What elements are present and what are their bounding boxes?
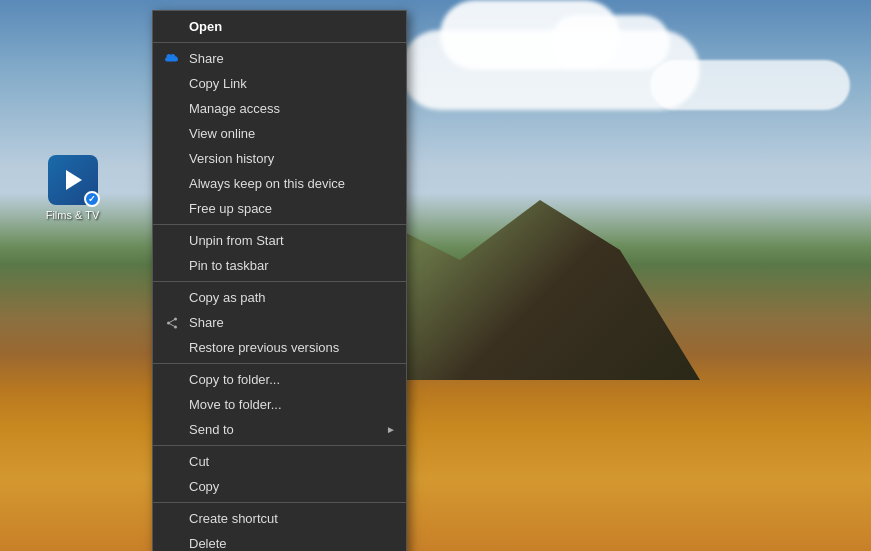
play-icon [66, 170, 82, 190]
menu-item-share-onedrive[interactable]: Share [153, 46, 406, 71]
menu-item-always-keep[interactable]: Always keep on this device [153, 171, 406, 196]
separator-1 [153, 42, 406, 43]
menu-item-version-history[interactable]: Version history [153, 146, 406, 171]
menu-item-move-to-folder[interactable]: Move to folder... [153, 392, 406, 417]
separator-5 [153, 445, 406, 446]
separator-4 [153, 363, 406, 364]
menu-item-copy-as-path[interactable]: Copy as path [153, 285, 406, 310]
icon-label: Films & TV [46, 209, 100, 222]
menu-item-restore-versions[interactable]: Restore previous versions [153, 335, 406, 360]
menu-item-cut[interactable]: Cut [153, 449, 406, 474]
context-menu: Open Share Copy Link Manage access View … [152, 10, 407, 551]
menu-item-free-up-space[interactable]: Free up space [153, 196, 406, 221]
svg-line-3 [169, 319, 176, 323]
menu-item-open[interactable]: Open [153, 14, 406, 39]
menu-item-view-online[interactable]: View online [153, 121, 406, 146]
menu-item-delete[interactable]: Delete [153, 531, 406, 551]
menu-item-copy-link[interactable]: Copy Link [153, 71, 406, 96]
menu-item-create-shortcut[interactable]: Create shortcut [153, 506, 406, 531]
menu-item-send-to[interactable]: Send to ► [153, 417, 406, 442]
menu-item-unpin-start[interactable]: Unpin from Start [153, 228, 406, 253]
icon-background [48, 155, 98, 205]
submenu-arrow: ► [386, 424, 396, 435]
onedrive-cloud-icon [163, 50, 181, 68]
cloud-2 [650, 60, 850, 110]
menu-item-pin-taskbar[interactable]: Pin to taskbar [153, 253, 406, 278]
menu-item-manage-access[interactable]: Manage access [153, 96, 406, 121]
share-icon [163, 314, 181, 332]
menu-item-share[interactable]: Share [153, 310, 406, 335]
desktop-icon-films-tv[interactable]: Films & TV [35, 155, 110, 222]
onedrive-badge [84, 191, 100, 207]
menu-item-copy[interactable]: Copy [153, 474, 406, 499]
separator-2 [153, 224, 406, 225]
svg-line-4 [169, 323, 176, 327]
icon-wrapper [48, 155, 98, 205]
separator-6 [153, 502, 406, 503]
separator-3 [153, 281, 406, 282]
menu-item-copy-to-folder[interactable]: Copy to folder... [153, 367, 406, 392]
